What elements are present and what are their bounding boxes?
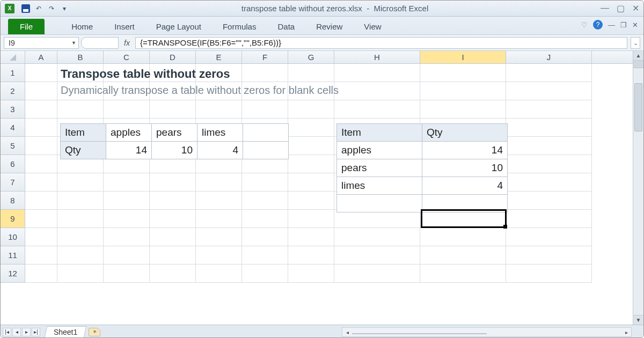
row-header[interactable]: 9 xyxy=(1,210,25,228)
cell[interactable] xyxy=(25,228,57,246)
cell[interactable]: pears xyxy=(152,124,197,142)
col-header[interactable]: A xyxy=(25,51,57,63)
cell[interactable] xyxy=(25,155,57,173)
tab-view[interactable]: View xyxy=(353,19,392,34)
cell[interactable] xyxy=(57,264,104,283)
cell[interactable] xyxy=(288,228,334,246)
expand-formula-icon[interactable]: ⌄ xyxy=(631,37,640,49)
cell[interactable] xyxy=(150,173,196,192)
cell[interactable] xyxy=(150,246,196,264)
cell[interactable] xyxy=(150,264,196,283)
row-header[interactable]: 3 xyxy=(1,100,25,119)
cell[interactable]: 4 xyxy=(197,142,243,159)
cell[interactable]: 10 xyxy=(422,159,508,177)
scroll-left-icon[interactable]: ◂ xyxy=(342,329,352,335)
cell[interactable] xyxy=(506,228,592,246)
cell[interactable] xyxy=(288,100,334,119)
worksheet-grid[interactable]: A B C D E F G H I J 123456789101112 Tran… xyxy=(1,51,643,325)
cell[interactable] xyxy=(104,192,150,210)
cell[interactable] xyxy=(196,173,242,192)
first-sheet-icon[interactable]: |◂ xyxy=(3,328,11,336)
cell[interactable] xyxy=(25,173,57,192)
cell[interactable] xyxy=(242,210,288,228)
vertical-scrollbar[interactable]: ▲ ▼ xyxy=(633,51,643,325)
hscroll-thumb[interactable] xyxy=(352,333,487,334)
cell[interactable]: 14 xyxy=(422,142,508,159)
cell[interactable] xyxy=(196,264,242,283)
cell[interactable]: Qty xyxy=(61,142,106,159)
cell[interactable] xyxy=(150,100,196,119)
cell[interactable] xyxy=(422,195,508,212)
help-icon[interactable]: ? xyxy=(593,20,603,30)
scroll-up-icon[interactable]: ▲ xyxy=(633,51,643,61)
cell[interactable] xyxy=(104,264,150,283)
chevron-down-icon[interactable]: ▼ xyxy=(71,40,76,46)
formula-input[interactable]: {=TRANSPOSE(IF(B5:F6="","",B5:F6))} xyxy=(135,37,627,49)
select-all-corner[interactable] xyxy=(1,51,25,63)
cell[interactable]: limes xyxy=(337,177,422,195)
cell[interactable] xyxy=(25,210,57,228)
cell[interactable] xyxy=(243,124,289,142)
cell[interactable] xyxy=(196,100,242,119)
col-header[interactable]: F xyxy=(242,51,288,63)
cell[interactable]: 14 xyxy=(106,142,152,159)
cell[interactable] xyxy=(25,119,57,137)
cell[interactable] xyxy=(196,228,242,246)
cell[interactable] xyxy=(242,246,288,264)
cell[interactable]: limes xyxy=(197,124,243,142)
sheet-tab[interactable]: Sheet1 xyxy=(45,326,87,337)
row-header[interactable]: 10 xyxy=(1,228,25,246)
file-tab[interactable]: File xyxy=(8,19,45,34)
cell[interactable] xyxy=(57,192,104,210)
doc-minimize-icon[interactable]: ― xyxy=(608,21,615,29)
doc-restore-icon[interactable]: ❐ xyxy=(620,21,627,29)
row-header[interactable]: 5 xyxy=(1,137,25,155)
cell[interactable] xyxy=(150,192,196,210)
cell[interactable] xyxy=(334,264,420,283)
cell[interactable] xyxy=(334,228,420,246)
cell[interactable] xyxy=(288,192,334,210)
cell[interactable] xyxy=(25,82,57,100)
cell[interactable]: apples xyxy=(106,124,152,142)
tab-home[interactable]: Home xyxy=(61,19,104,34)
cell[interactable] xyxy=(57,100,104,119)
row-header[interactable]: 1 xyxy=(1,64,25,82)
cell[interactable] xyxy=(57,228,104,246)
cell[interactable] xyxy=(288,246,334,264)
cell[interactable] xyxy=(25,100,57,119)
cell[interactable] xyxy=(420,246,506,264)
horizontal-scrollbar[interactable]: ◂ ▸ xyxy=(342,327,632,337)
col-header[interactable]: H xyxy=(334,51,420,63)
cell[interactable] xyxy=(288,264,334,283)
cell[interactable] xyxy=(288,119,334,137)
cell[interactable]: Item xyxy=(337,124,422,142)
doc-close-icon[interactable]: ✕ xyxy=(632,21,638,29)
new-sheet-icon[interactable]: ✶ xyxy=(89,328,100,336)
cell[interactable] xyxy=(506,173,592,192)
qat-more[interactable]: ▾ xyxy=(60,4,69,13)
cell[interactable] xyxy=(288,173,334,192)
cell[interactable] xyxy=(420,210,506,228)
cell[interactable] xyxy=(242,192,288,210)
col-header[interactable]: B xyxy=(57,51,104,63)
row-header[interactable]: 8 xyxy=(1,192,25,210)
cell[interactable] xyxy=(104,100,150,119)
cell[interactable] xyxy=(506,100,592,119)
cell[interactable] xyxy=(196,246,242,264)
row-header[interactable]: 7 xyxy=(1,173,25,192)
cell[interactable]: pears xyxy=(337,159,422,177)
close-icon[interactable]: ✕ xyxy=(632,3,639,13)
col-header[interactable]: I xyxy=(420,51,506,63)
cell[interactable] xyxy=(334,82,420,100)
cell[interactable] xyxy=(334,64,420,82)
last-sheet-icon[interactable]: ▸| xyxy=(32,328,40,336)
cell[interactable] xyxy=(104,228,150,246)
cell[interactable] xyxy=(506,192,592,210)
cell[interactable] xyxy=(104,246,150,264)
cell[interactable]: Item xyxy=(61,124,106,142)
maximize-icon[interactable]: ▢ xyxy=(617,3,625,13)
cell[interactable] xyxy=(420,100,506,119)
row-header[interactable]: 4 xyxy=(1,119,25,137)
cell[interactable] xyxy=(150,228,196,246)
cell[interactable] xyxy=(104,173,150,192)
